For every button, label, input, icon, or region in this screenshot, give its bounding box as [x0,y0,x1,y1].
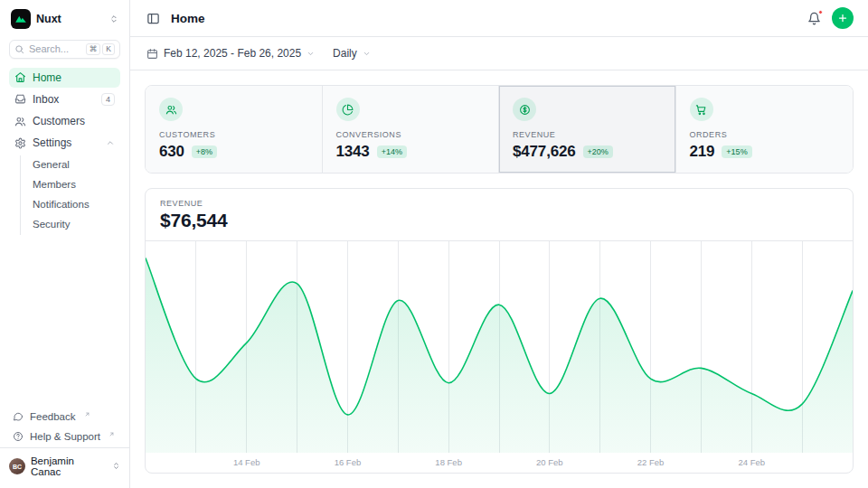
help-support-link[interactable]: Help & Support [9,427,120,446]
revenue-chart-svg [146,241,853,453]
inbox-count-badge: 4 [101,93,115,107]
granularity-label: Daily [333,47,357,60]
sidebar-item-label: Security [33,219,71,230]
x-axis-labels: 14 Feb16 Feb18 Feb20 Feb22 Feb24 Feb [146,453,853,473]
sidebar-item-label: Notifications [33,199,90,210]
stat-label: CUSTOMERS [159,130,308,139]
sidebar-item-customers[interactable]: Customers [9,111,120,131]
stat-value: 1343 [336,143,370,161]
notification-dot [818,10,823,14]
stats-row: CUSTOMERS 630 +8% CONVERSIONS 1343 +14% [145,85,854,174]
user-menu[interactable]: BC Benjamin Canac [0,447,129,484]
plus-icon [837,13,848,23]
revenue-chart-card: REVENUE $76,544 [145,188,854,474]
chevrons-up-down-icon [112,461,120,472]
inbox-icon [14,93,26,105]
date-range-picker[interactable]: Feb 12, 2025 - Feb 26, 2025 [145,43,316,63]
users-icon [14,116,26,127]
x-axis-label: 22 Feb [637,457,665,467]
stat-delta-badge: +8% [192,145,217,158]
stat-label: ORDERS [690,130,840,139]
content: CUSTOMERS 630 +8% CONVERSIONS 1343 +14% [130,70,868,488]
sidebar-item-home[interactable]: Home [9,68,120,88]
sidebar-item-label: Inbox [33,93,59,106]
stat-value: 219 [690,143,715,161]
stat-value: 630 [159,143,184,161]
filters-toolbar: Feb 12, 2025 - Feb 26, 2025 Daily [130,37,868,70]
x-axis-label: 20 Feb [536,457,563,467]
help-support-label: Help & Support [30,431,100,442]
workspace-switcher[interactable]: Nuxt [9,7,120,31]
chevron-up-icon [106,138,115,147]
shopping-cart-icon [690,98,713,121]
feedback-link[interactable]: Feedback [9,408,120,426]
kbd-meta: ⌘ [86,43,101,55]
kbd-key: K [102,43,115,55]
sidebar-item-label: Home [33,71,61,84]
chevron-down-icon [307,50,315,58]
stat-value: $477,626 [513,143,576,161]
sidebar: Nuxt ⌘ K Home [0,0,130,488]
dollar-circle-icon [513,98,536,121]
search-input[interactable] [29,43,72,54]
page-header: Home [130,0,868,37]
calendar-icon [146,48,158,60]
stat-card-conversions[interactable]: CONVERSIONS 1343 +14% [323,86,500,173]
feedback-label: Feedback [30,411,76,422]
stat-delta-badge: +14% [377,145,407,158]
stat-delta-badge: +20% [583,145,613,158]
main-panel: Home Feb 12, 2025 - Feb 26, 2025 [130,0,868,488]
message-bubble-icon [13,411,24,422]
stat-card-customers[interactable]: CUSTOMERS 630 +8% [146,86,323,173]
search-shortcut: ⌘ K [86,43,115,55]
sidebar-item-label: Members [33,179,76,190]
search-box[interactable]: ⌘ K [9,40,120,59]
chevron-down-icon [363,50,371,58]
x-axis-label: 16 Feb [335,457,362,467]
date-range-label: Feb 12, 2025 - Feb 26, 2025 [164,47,301,60]
user-name: Benjamin Canac [31,455,107,477]
x-axis-label: 18 Feb [435,457,462,467]
sidebar-item-notifications[interactable]: Notifications [29,195,120,213]
chart-pie-icon [336,98,360,121]
chart-header: REVENUE $76,544 [146,189,853,241]
sidebar-item-members[interactable]: Members [29,175,120,193]
settings-subnav: General Members Notifications Security [20,155,120,235]
sidebar-item-label: Settings [33,136,71,149]
revenue-chart[interactable]: 14 Feb16 Feb18 Feb20 Feb22 Feb24 Feb [146,241,853,473]
sidebar-item-general[interactable]: General [29,155,120,174]
notifications-button[interactable] [806,10,823,27]
stat-card-revenue[interactable]: REVENUE $477,626 +20% [499,86,676,173]
sidebar-footer: Feedback Help & Support BC Benjamin Cana… [9,408,120,488]
chart-metric-label: REVENUE [160,199,838,208]
collapse-sidebar-button[interactable] [145,10,162,27]
sidebar-item-inbox[interactable]: Inbox 4 [9,89,120,110]
external-link-icon [108,431,115,437]
sidebar-item-settings[interactable]: Settings [9,133,120,153]
sidebar-item-security[interactable]: Security [29,215,120,233]
x-axis-label: 14 Feb [233,457,260,467]
page-title: Home [171,12,205,25]
home-icon [14,71,26,83]
avatar: BC [9,458,25,474]
stat-label: CONVERSIONS [336,130,486,139]
users-icon [159,98,183,121]
gear-icon [14,137,26,149]
app: Nuxt ⌘ K Home [0,0,868,488]
sidebar-item-label: Customers [33,115,85,127]
sidebar-nav: Home Inbox 4 Customers Settings [9,68,120,239]
stat-label: REVENUE [513,130,662,139]
add-button[interactable] [832,7,854,29]
search-icon [14,44,24,54]
sidebar-item-label: General [33,159,70,170]
external-link-icon [84,411,90,418]
granularity-select[interactable]: Daily [331,43,373,63]
nuxt-logo [11,9,31,29]
x-axis-label: 24 Feb [738,457,765,467]
help-circle-icon [13,431,24,442]
workspace-name: Nuxt [36,13,61,25]
chevrons-up-down-icon [109,11,118,27]
chart-metric-value: $76,544 [160,210,838,231]
stat-card-orders[interactable]: ORDERS 219 +15% [676,86,854,173]
stat-delta-badge: +15% [722,145,751,158]
